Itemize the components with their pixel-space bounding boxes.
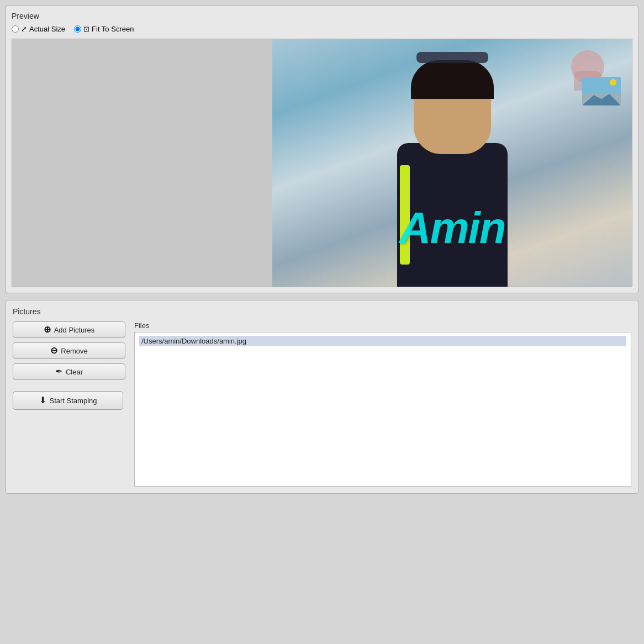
preview-section: Preview ⤢ Actual Size ⊡ Fit To Screen	[6, 6, 638, 293]
clear-icon: ✒	[55, 367, 62, 376]
stamp-overlay	[555, 50, 621, 105]
clear-button[interactable]: ✒ Clear	[13, 363, 125, 380]
fit-screen-option[interactable]: ⊡ Fit To Screen	[74, 25, 134, 33]
stamp-icon: ⬇	[39, 396, 46, 405]
stamp-image-icon	[582, 77, 621, 105]
preview-photo-area: Amin	[272, 39, 632, 287]
remove-button[interactable]: ⊖ Remove	[13, 342, 125, 359]
radio-row: ⤢ Actual Size ⊡ Fit To Screen	[12, 25, 632, 33]
pictures-section: Pictures ⊕ Add Pictures ⊖ Remove ✒ Clear…	[6, 300, 638, 494]
start-stamping-button[interactable]: ⬇ Start Stamping	[13, 391, 123, 410]
actual-size-radio[interactable]	[12, 25, 19, 33]
fit-screen-radio[interactable]	[74, 25, 81, 33]
remove-icon: ⊖	[50, 346, 57, 355]
photo-hair	[411, 60, 494, 99]
files-label: Files	[134, 321, 631, 330]
files-panel: Files /Users/amin/Downloads/amin.jpg	[134, 321, 631, 487]
pictures-title: Pictures	[13, 307, 631, 316]
actual-size-label: Actual Size	[29, 25, 65, 33]
name-overlay: Amin	[272, 203, 632, 254]
main-container: Preview ⤢ Actual Size ⊡ Fit To Screen	[0, 0, 644, 644]
start-stamping-label: Start Stamping	[50, 397, 97, 405]
fit-icon: ⊡	[83, 25, 89, 33]
actual-size-option[interactable]: ⤢ Actual Size	[12, 25, 65, 33]
stamp-img-mountain	[582, 93, 621, 105]
add-pictures-label: Add Pictures	[54, 326, 95, 334]
photo-simulation: Amin	[272, 39, 632, 287]
photo-glasses	[416, 52, 488, 63]
preview-left-empty	[12, 39, 272, 287]
buttons-panel: ⊕ Add Pictures ⊖ Remove ✒ Clear ⬇ Start …	[13, 321, 134, 487]
preview-canvas: Amin	[12, 39, 632, 287]
preview-title: Preview	[12, 12, 632, 20]
clear-label: Clear	[66, 368, 83, 376]
fit-screen-label: Fit To Screen	[92, 25, 134, 33]
add-icon: ⊕	[44, 325, 51, 334]
pictures-body: ⊕ Add Pictures ⊖ Remove ✒ Clear ⬇ Start …	[13, 321, 631, 487]
list-item[interactable]: /Users/amin/Downloads/amin.jpg	[139, 336, 626, 346]
files-list[interactable]: /Users/amin/Downloads/amin.jpg	[134, 332, 631, 487]
add-pictures-button[interactable]: ⊕ Add Pictures	[13, 321, 125, 338]
expand-icon: ⤢	[21, 25, 27, 33]
stamp-img-sun	[610, 79, 616, 86]
remove-label: Remove	[61, 347, 87, 355]
photo-head	[414, 66, 491, 154]
